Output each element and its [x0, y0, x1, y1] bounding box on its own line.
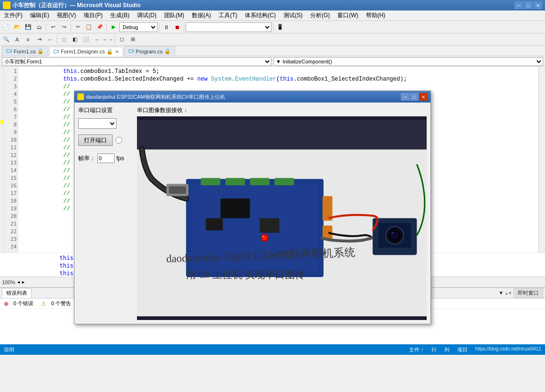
menu-project[interactable]: 项目(P) — [80, 10, 106, 21]
class-select[interactable]: 小车控制.Form1 — [2, 57, 272, 66]
error-icon: ⊗ — [4, 300, 9, 307]
svg-rect-5 — [225, 178, 245, 185]
tb2-btn9[interactable]: → — [92, 34, 102, 45]
tb2-btn11[interactable]: ◻ — [116, 34, 127, 45]
open-port-row: 打开端口 — [78, 134, 133, 146]
minimize-button[interactable]: ─ — [514, 1, 523, 9]
device-manager-button[interactable]: 📱 — [275, 22, 285, 32]
tb2-btn1[interactable]: 🔍 — [1, 34, 11, 45]
separator-8 — [115, 35, 115, 44]
tb2-btn8[interactable]: ⬜ — [81, 34, 91, 45]
tab-error-list[interactable]: 错误列表 — [2, 288, 31, 298]
zoom-decrease-icon[interactable]: ◂ — [17, 279, 20, 285]
menu-data[interactable]: 数据(A) — [188, 10, 215, 21]
dialog-left-panel: 串口端口设置 打开端口 帧率： fps — [78, 106, 133, 320]
separator-1 — [46, 23, 46, 31]
serial-camera-dialog: daodanjishui ESP32CAM物联网相机系统C#串口图传上位机 ─ … — [74, 91, 431, 324]
status-col: 列 — [444, 346, 450, 353]
tab-programcs[interactable]: C# Program.cs 🔒 — [124, 46, 175, 56]
dialog-title-bar: daodanjishui ESP32CAM物联网相机系统C#串口图传上位机 ─ … — [74, 91, 430, 103]
open-port-button[interactable]: 打开端口 — [78, 134, 113, 146]
dialog-window-controls: ─ □ ✕ — [401, 93, 428, 101]
platform-select[interactable] — [186, 22, 272, 32]
tab-label-form1designer: Form1.Designer.cs — [61, 49, 105, 54]
tb2-btn12[interactable]: ⊞ — [127, 34, 138, 45]
redo-button[interactable]: ↪ — [59, 22, 69, 32]
pin-controls[interactable]: ▼ ₄ × — [499, 290, 512, 296]
tab-label-programcs: Program.cs — [136, 49, 163, 54]
fps-input[interactable] — [97, 154, 115, 163]
tab-label-form1cs: Form1.cs — [14, 49, 36, 54]
tb2-btn4[interactable]: ⇥ — [34, 34, 44, 45]
tab-close-form1designer[interactable]: ✕ — [115, 49, 119, 54]
menu-analyze[interactable]: 分析(G) — [306, 10, 334, 21]
cut-button[interactable]: ✂ — [73, 22, 83, 32]
window-controls: ─ □ ✕ — [514, 1, 542, 9]
warning-count: 0 个警告 — [51, 300, 71, 307]
open-file-button[interactable]: 📂 — [12, 22, 22, 32]
tab-form1cs[interactable]: C# Form1.cs 🔒 — [2, 46, 48, 56]
dialog-minimize-button[interactable]: ─ — [401, 93, 409, 101]
code-line-1: this.comboBox1.TabIndex = 5; — [22, 68, 535, 75]
error-count: 0 个错误 — [13, 300, 33, 307]
new-file-button[interactable]: 📄 — [1, 22, 11, 32]
tb2-btn7[interactable]: ◧ — [70, 34, 80, 45]
breakpoint-indicator — [0, 120, 3, 124]
svg-rect-13 — [220, 198, 250, 218]
fps-label: 帧率： — [78, 155, 95, 163]
copy-button[interactable]: 📋 — [84, 22, 94, 32]
maximize-button[interactable]: □ — [524, 1, 533, 9]
close-window-button[interactable]: ✕ — [534, 1, 542, 9]
menu-test[interactable]: 测试(S) — [280, 10, 306, 21]
warning-icon: ⚠ — [41, 300, 46, 307]
zoom-increase-icon[interactable]: ▸ — [22, 279, 25, 285]
menu-debug[interactable]: 调试(D) — [133, 10, 160, 21]
menu-edit[interactable]: 编辑(E) — [26, 10, 53, 21]
svg-rect-4 — [201, 178, 220, 185]
menu-window[interactable]: 窗口(W) — [334, 10, 362, 21]
tb2-btn5[interactable]: ← — [45, 34, 55, 45]
dialog-icon — [77, 93, 84, 100]
paste-button[interactable]: 📌 — [94, 22, 105, 32]
pause-button[interactable]: ⏸ — [161, 22, 171, 32]
separator-6 — [273, 23, 273, 31]
com-port-select[interactable] — [78, 118, 116, 129]
undo-button[interactable]: ↩ — [48, 22, 58, 32]
menu-view[interactable]: 视图(V) — [53, 10, 80, 21]
tb2-btn6[interactable]: □ — [59, 34, 69, 45]
method-select[interactable]: ▼ InitializeComponent() — [273, 57, 543, 66]
image-section-title: 串口图像数据接收： — [137, 106, 427, 114]
save-button[interactable]: 💾 — [23, 22, 33, 32]
menu-build[interactable]: 生成(B) — [106, 10, 133, 21]
port-status-indicator — [115, 137, 122, 144]
dialog-right-panel: 串口图像数据接收： — [137, 106, 427, 320]
vertical-scrollbar[interactable] — [538, 67, 545, 253]
menu-architecture[interactable]: 体系结构(C) — [241, 10, 280, 21]
instant-window-tab[interactable]: 即时窗口 — [514, 288, 543, 298]
status-bar: 说明 文件 ↑ 行 列 项目 https://blog.csdn.net/nir… — [0, 344, 545, 355]
debug-mode-select[interactable]: Debug — [119, 22, 157, 32]
menu-file[interactable]: 文件(F) — [0, 10, 26, 21]
menu-tools[interactable]: 工具(T) — [215, 10, 241, 21]
dialog-maximize-button[interactable]: □ — [410, 93, 419, 101]
start-debug-button[interactable]: ▶ — [108, 22, 119, 32]
fps-row: 帧率： fps — [78, 154, 133, 163]
tb2-btn3[interactable]: ≡ — [23, 34, 33, 45]
save-all-button[interactable]: 🗂 — [34, 22, 44, 32]
dialog-close-button[interactable]: ✕ — [419, 93, 428, 101]
tb2-btn2[interactable]: A — [12, 34, 22, 45]
window-title: 小车控制（正在运行）— Microsoft Visual Studio — [12, 1, 140, 10]
tb2-btn10[interactable]: ←→ — [103, 34, 113, 45]
left-gutter — [0, 67, 4, 253]
dialog-body: 串口端口设置 打开端口 帧率： fps 串口图像数据接收： — [74, 103, 430, 324]
stop-button[interactable]: ⏹ — [172, 22, 182, 32]
toolbar-1: 📄 📂 💾 🗂 ↩ ↪ ✂ 📋 📌 ▶ Debug ⏸ ⏹ 📱 — [0, 21, 545, 33]
tab-icon-programcs: C# — [128, 49, 135, 54]
menu-team[interactable]: 团队(M) — [160, 10, 188, 21]
svg-rect-15 — [206, 218, 223, 231]
tab-lock-form1designer: 🔒 — [106, 49, 113, 55]
menu-help[interactable]: 帮助(H) — [362, 10, 389, 21]
separator-4 — [159, 23, 159, 31]
tab-form1designer[interactable]: C# Form1.Designer.cs 🔒 ✕ — [49, 47, 123, 56]
dialog-title: daodanjishui ESP32CAM物联网相机系统C#串口图传上位机 — [86, 93, 225, 101]
